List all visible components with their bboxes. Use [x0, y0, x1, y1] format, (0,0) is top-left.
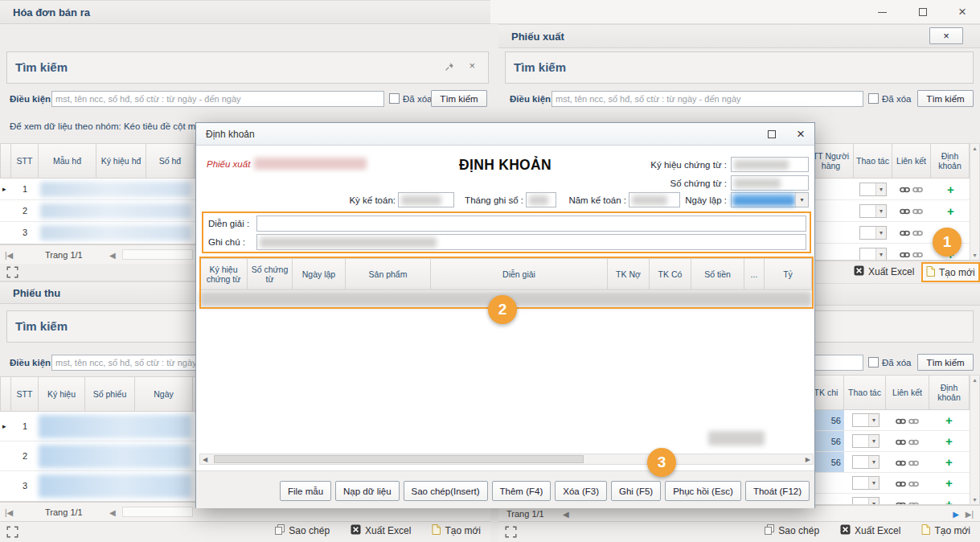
column-header-so-hd[interactable]: Số hđ	[146, 143, 195, 179]
minimize-icon[interactable]	[864, 0, 900, 24]
column-header-ky-hieu-hd[interactable]: Ký hiệu hđ	[96, 143, 146, 179]
add-entry-icon[interactable]: +	[945, 477, 953, 489]
scrollbar-thumb[interactable]	[214, 455, 584, 463]
grid-column-tk-co[interactable]: TK Có	[650, 258, 691, 290]
column-header-stt[interactable]: STT	[11, 376, 39, 412]
expand-icon[interactable]	[6, 266, 18, 281]
nap-du-lieu-button[interactable]: Nạp dữ liệu	[335, 481, 399, 501]
export-excel-button[interactable]: Xuất Excel	[837, 524, 904, 537]
action-dropdown[interactable]: ▾	[852, 497, 880, 505]
create-new-button[interactable]: Tạo mới	[918, 524, 974, 537]
close-icon[interactable]: ×	[945, 0, 980, 24]
action-dropdown[interactable]: ▾	[859, 248, 887, 261]
export-excel-button[interactable]: Xuất Excel	[851, 265, 917, 278]
search-input[interactable]	[51, 91, 384, 107]
search-button[interactable]: Tìm kiếm	[917, 90, 974, 107]
link-icon[interactable]	[896, 479, 906, 491]
ghi-f5-button-highlighted[interactable]: Ghi (F5)	[611, 481, 661, 501]
column-header-thao-tac[interactable]: Thao tác	[844, 375, 886, 410]
ghi-chu-input[interactable]	[256, 234, 806, 250]
copy-button[interactable]: Sao chép	[761, 524, 822, 537]
action-dropdown[interactable]: ▾	[852, 455, 880, 469]
scroll-left-icon[interactable]: ◀	[203, 456, 207, 463]
horizontal-scrollbar[interactable]: ◀ ▶	[199, 454, 814, 465]
ky-ke-toan-field[interactable]	[398, 192, 454, 207]
grid-column-ngay-lap[interactable]: Ngày lập	[293, 258, 346, 290]
link-cell[interactable]	[900, 250, 923, 261]
column-header-dinh-khoan[interactable]: Định khoản	[931, 143, 970, 179]
search-button[interactable]: Tìm kiếm	[917, 354, 974, 371]
first-page-icon[interactable]: |◀	[5, 508, 13, 517]
link-icon[interactable]	[908, 479, 919, 491]
add-entry-icon[interactable]: +	[945, 498, 953, 505]
column-header-lien-ket[interactable]: Liên kết	[886, 375, 929, 410]
them-f4-button[interactable]: Thêm (F4)	[492, 481, 552, 501]
column-header-mau-hd[interactable]: Mẫu hđ	[39, 143, 96, 179]
deleted-checkbox[interactable]	[389, 93, 400, 104]
add-entry-icon[interactable]: +	[947, 205, 954, 217]
link-cell[interactable]	[900, 228, 923, 240]
scroll-left-icon[interactable]: ◀	[563, 510, 569, 519]
link-icon[interactable]	[900, 207, 910, 218]
add-entry-icon[interactable]: +	[945, 414, 953, 426]
column-header-dinh-khoan[interactable]: Định khoản	[929, 375, 970, 410]
link-icon[interactable]	[900, 185, 910, 196]
expand-icon[interactable]	[505, 526, 517, 540]
column-header-ky-hieu[interactable]: Ký hiệu	[39, 376, 85, 412]
ngay-lap-date-picker[interactable]: ▾	[731, 192, 809, 207]
grid-column-dien-giai[interactable]: Diễn giải	[431, 258, 608, 290]
column-header-ngay[interactable]: Ngày	[135, 376, 193, 412]
link-icon[interactable]	[896, 417, 906, 428]
grid-column-ky-hieu-chung-tu[interactable]: Ký hiệu chứng từ	[199, 258, 248, 290]
thoat-f12-button[interactable]: Thoát (F12)	[745, 481, 810, 501]
scroll-left-icon[interactable]: ◀	[109, 508, 116, 517]
action-dropdown[interactable]: ▾	[852, 434, 880, 448]
search-button[interactable]: Tìm kiếm	[431, 90, 487, 107]
grid-column-so-chung-tu[interactable]: Số chứng từ	[248, 258, 293, 290]
column-header-lien-ket[interactable]: Liên kết	[892, 143, 931, 179]
horizontal-scrollbar[interactable]	[122, 249, 193, 260]
link-icon[interactable]	[900, 250, 910, 261]
link-icon[interactable]	[908, 417, 919, 428]
create-new-button[interactable]: Tạo mới	[428, 524, 484, 537]
scroll-right-icon[interactable]: ▶	[806, 456, 810, 463]
last-page-icon[interactable]: ▶|	[966, 510, 974, 519]
export-excel-button[interactable]: Xuất Excel	[347, 524, 414, 537]
vertical-scrollbar[interactable]: ▲ ▼	[970, 375, 980, 505]
dropdown-arrow-icon[interactable]: ▾	[795, 193, 808, 207]
add-entry-icon[interactable]: +	[945, 456, 953, 468]
link-cell[interactable]	[900, 185, 923, 196]
link-cell[interactable]	[896, 417, 919, 428]
copy-button[interactable]: Sao chép	[272, 524, 333, 537]
grid-column-so-tien[interactable]: Số tiền	[691, 258, 744, 290]
link-icon[interactable]	[908, 458, 919, 470]
thang-ghi-so-field[interactable]	[526, 192, 556, 207]
action-dropdown[interactable]: ▾	[852, 413, 880, 427]
close-icon[interactable]: ×	[797, 126, 805, 142]
horizontal-scrollbar[interactable]	[122, 507, 193, 517]
column-header-so-phieu[interactable]: Số phiếu	[85, 376, 135, 412]
link-icon[interactable]	[908, 437, 919, 449]
link-cell[interactable]	[896, 458, 919, 470]
phuc-hoi-esc-button[interactable]: Phục hồi (Esc)	[665, 481, 741, 501]
deleted-checkbox[interactable]	[868, 93, 879, 104]
action-dropdown[interactable]: ▾	[859, 226, 887, 240]
link-icon[interactable]	[896, 458, 906, 470]
maximize-icon[interactable]	[768, 130, 776, 138]
column-header-stt[interactable]: STT	[11, 143, 39, 179]
ky-hieu-chung-tu-field[interactable]	[731, 157, 809, 172]
close-icon[interactable]: ×	[469, 60, 475, 72]
grid-column-tk-no[interactable]: TK Nợ	[608, 258, 650, 290]
link-icon[interactable]	[912, 185, 923, 196]
expand-icon[interactable]	[6, 526, 18, 540]
pin-icon[interactable]	[445, 62, 454, 74]
deleted-checkbox[interactable]	[868, 357, 879, 367]
action-dropdown[interactable]: ▾	[859, 183, 887, 196]
link-cell[interactable]	[896, 437, 919, 449]
link-icon[interactable]	[900, 228, 910, 240]
link-icon[interactable]	[912, 207, 923, 218]
dien-giai-input[interactable]	[256, 216, 806, 232]
add-entry-icon[interactable]: +	[947, 183, 954, 195]
grid-column-more[interactable]: ...	[744, 258, 765, 290]
add-entry-icon[interactable]: +	[945, 435, 953, 447]
